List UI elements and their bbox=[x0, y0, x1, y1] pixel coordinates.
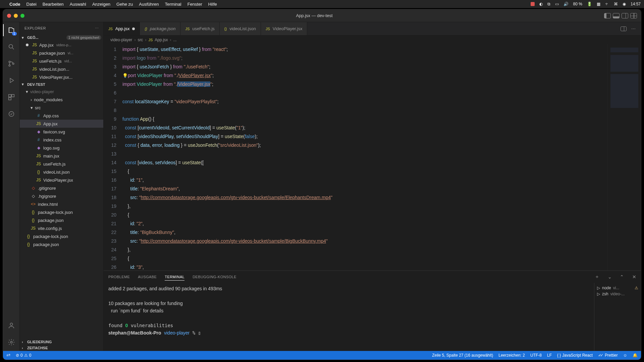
window-minimize-icon[interactable] bbox=[14, 14, 18, 18]
status-prettier[interactable]: Prettier bbox=[598, 353, 618, 358]
open-editor-item[interactable]: JSpackage.jsonvi... bbox=[20, 49, 103, 57]
open-editors-header[interactable]: ▾ GEÖ... 1 nicht gespeichert bbox=[20, 34, 103, 41]
panel-tab-output[interactable]: AUSGABE bbox=[138, 274, 157, 280]
tree-item[interactable]: <>index.html bbox=[20, 200, 103, 208]
menu-view[interactable]: Anzeigen bbox=[92, 2, 110, 7]
tree-item[interactable]: JSApp.jsx bbox=[20, 120, 103, 128]
menu-file[interactable]: Datei bbox=[26, 2, 37, 7]
breadcrumb[interactable]: video-player› src› JS App.jsx› ... bbox=[104, 36, 641, 44]
project-header[interactable]: ▾ DEV-TEST bbox=[20, 81, 103, 87]
tree-item[interactable]: JSuseFetch.js bbox=[20, 160, 103, 168]
tree-item[interactable]: JSVideoPlayer.jsx bbox=[20, 176, 103, 184]
spotlight-icon[interactable]: ◐ bbox=[539, 2, 543, 6]
panel-tab-problems[interactable]: PROBLEME bbox=[108, 274, 130, 280]
tree-item[interactable]: {}package-lock.json bbox=[20, 232, 103, 240]
open-editor-item[interactable]: JSVideoPlayer.jsx... bbox=[20, 73, 103, 81]
tree-item[interactable]: ◇.gitignore bbox=[20, 184, 103, 192]
close-panel-icon[interactable]: ✕ bbox=[632, 274, 636, 280]
editor-tab[interactable]: {}videoList.json bbox=[220, 22, 261, 35]
window-zoom-icon[interactable] bbox=[20, 14, 24, 18]
modified-dot-icon bbox=[132, 27, 135, 30]
battery-percent[interactable]: 80 % bbox=[573, 2, 582, 6]
live-share-icon[interactable] bbox=[7, 109, 16, 119]
tree-item[interactable]: ▾src bbox=[20, 104, 103, 112]
tree-item[interactable]: ◆logo.svg bbox=[20, 144, 103, 152]
wifi-icon[interactable]: ᯤ bbox=[605, 2, 609, 6]
volume-icon[interactable]: 🔊 bbox=[564, 2, 569, 6]
tree-item[interactable]: JSvite.config.js bbox=[20, 224, 103, 232]
settings-icon[interactable] bbox=[7, 338, 16, 347]
toggle-panel-icon[interactable] bbox=[613, 13, 620, 18]
status-eol[interactable]: LF bbox=[547, 353, 552, 358]
siri-icon[interactable]: ◉ bbox=[623, 2, 626, 6]
editor-tab[interactable]: JSApp.jsx bbox=[104, 22, 140, 35]
tree-item[interactable]: ›node_modules bbox=[20, 96, 103, 104]
maximize-panel-icon[interactable]: ⌃ bbox=[620, 274, 624, 280]
status-errors[interactable]: ⊘ 0 ⚠ 0 bbox=[16, 353, 31, 358]
extensions-icon[interactable] bbox=[7, 93, 16, 102]
toggle-sidebar-icon[interactable] bbox=[604, 13, 611, 18]
tray2-icon[interactable]: ▦ bbox=[597, 2, 600, 6]
panel-tab-debug[interactable]: DEBUGGING-KONSOLE bbox=[193, 274, 236, 280]
minimap[interactable] bbox=[607, 44, 641, 270]
tree-item[interactable]: ▾video-player bbox=[20, 87, 103, 96]
menu-help[interactable]: Hilfe bbox=[208, 2, 217, 7]
menu-window[interactable]: Fenster bbox=[187, 2, 202, 7]
tree-item[interactable]: ◇.hgignore bbox=[20, 192, 103, 200]
menu-edit[interactable]: Bearbeiten bbox=[43, 2, 64, 7]
run-debug-icon[interactable] bbox=[7, 76, 16, 85]
terminal[interactable]: added 2 packages, and audited 90 package… bbox=[104, 283, 594, 351]
menu-selection[interactable]: Auswahl bbox=[70, 2, 86, 7]
display-icon[interactable]: ▭ bbox=[555, 2, 559, 6]
tree-item[interactable]: {}package.json bbox=[20, 216, 103, 224]
panel-tab-terminal[interactable]: TERMINAL bbox=[165, 274, 184, 281]
new-terminal-icon[interactable]: ＋ bbox=[595, 274, 599, 280]
tree-item[interactable]: {}package.json bbox=[20, 240, 103, 248]
search-icon[interactable] bbox=[7, 42, 16, 52]
editor-tab[interactable]: {}package.json bbox=[140, 22, 180, 35]
explorer-more-icon[interactable]: ⋯ bbox=[95, 26, 99, 31]
code-area[interactable]: import { useState, useEffect, useRef } f… bbox=[122, 44, 607, 270]
tree-item[interactable]: #index.css bbox=[20, 136, 103, 144]
tree-item[interactable]: #App.css bbox=[20, 112, 103, 120]
source-control-icon[interactable] bbox=[7, 59, 16, 68]
tab-more-icon[interactable]: ⋯ bbox=[631, 26, 636, 31]
tree-item[interactable]: ◆favicon.svg bbox=[20, 128, 103, 136]
clock[interactable]: 14:57 bbox=[631, 2, 641, 6]
menu-run[interactable]: Ausführen bbox=[139, 2, 159, 7]
tray-icon[interactable]: ⧉ bbox=[547, 2, 550, 6]
menu-go[interactable]: Gehe zu bbox=[116, 2, 133, 7]
status-bell-icon[interactable]: 🔔 bbox=[633, 353, 638, 358]
recording-indicator-icon[interactable] bbox=[531, 2, 535, 6]
app-name[interactable]: Code bbox=[9, 2, 20, 7]
status-cursor[interactable]: Zeile 5, Spalte 27 (16 ausgewählt) bbox=[432, 353, 493, 358]
tree-item[interactable]: {}package-lock.json bbox=[20, 208, 103, 216]
terminal-dropdown-icon[interactable]: ⌄ bbox=[608, 274, 612, 280]
menu-terminal[interactable]: Terminal bbox=[165, 2, 181, 7]
open-editor-item[interactable]: JSuseFetch.jsvid... bbox=[20, 57, 103, 65]
editor-tab[interactable]: JSuseFetch.js bbox=[180, 22, 219, 35]
terminal-session[interactable]: ▷zsh video-... bbox=[597, 291, 638, 297]
outline-header[interactable]: › GLIEDERUNG bbox=[20, 339, 103, 345]
split-editor-icon[interactable] bbox=[621, 26, 627, 31]
editor[interactable]: 1234567891011121314151617181920212223242… bbox=[104, 44, 641, 270]
explorer-icon[interactable]: 1 bbox=[7, 25, 16, 35]
status-remote-icon[interactable]: ⮂ bbox=[6, 353, 10, 358]
layout-icon[interactable] bbox=[630, 13, 637, 18]
open-editor-item[interactable]: JSApp.jsxvideo-p... bbox=[20, 41, 103, 49]
tree-item[interactable]: JSmain.jsx bbox=[20, 152, 103, 160]
battery-icon[interactable]: 🔋 bbox=[587, 2, 592, 6]
status-language[interactable]: { } JavaScript React bbox=[557, 353, 593, 358]
toggle-secondary-icon[interactable] bbox=[622, 13, 628, 18]
status-feedback-icon[interactable]: ☺ bbox=[623, 353, 627, 358]
window-close-icon[interactable] bbox=[7, 14, 11, 18]
control-center-icon[interactable]: ⌘ bbox=[614, 2, 618, 6]
accounts-icon[interactable] bbox=[7, 321, 16, 330]
status-encoding[interactable]: UTF-8 bbox=[530, 353, 542, 358]
open-editor-item[interactable]: JSvideoList.json... bbox=[20, 65, 103, 73]
terminal-session[interactable]: ▷node vi...⚠ bbox=[597, 285, 638, 291]
timeline-header[interactable]: › ZEITACHSE bbox=[20, 345, 103, 351]
status-spaces[interactable]: Leerzeichen: 2 bbox=[498, 353, 525, 358]
editor-tab[interactable]: JSVideoPlayer.jsx bbox=[261, 22, 308, 35]
tree-item[interactable]: {}videoList.json bbox=[20, 168, 103, 176]
